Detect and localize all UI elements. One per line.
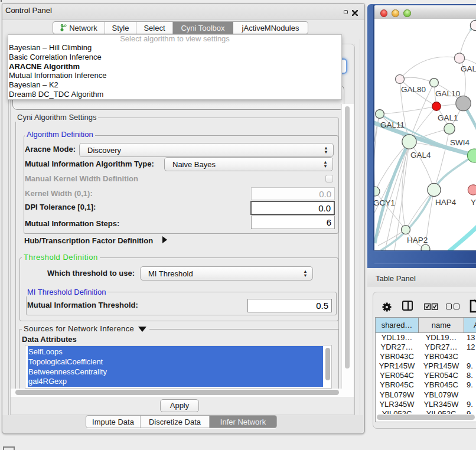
svg-text:Y: Y xyxy=(471,198,476,207)
svg-text:GAL1: GAL1 xyxy=(438,113,458,122)
svg-text:GAL11: GAL11 xyxy=(380,120,405,129)
svg-text:SWI4: SWI4 xyxy=(450,138,470,147)
svg-text:GCY1: GCY1 xyxy=(374,198,395,207)
svg-text:HAP2: HAP2 xyxy=(407,236,428,244)
svg-text:GAL2: GAL2 xyxy=(461,64,476,73)
svg-text:GAL80: GAL80 xyxy=(401,85,426,94)
svg-text:GAL4: GAL4 xyxy=(410,151,431,159)
svg-text:GAL10: GAL10 xyxy=(435,89,460,98)
svg-text:HAP4: HAP4 xyxy=(435,198,457,207)
